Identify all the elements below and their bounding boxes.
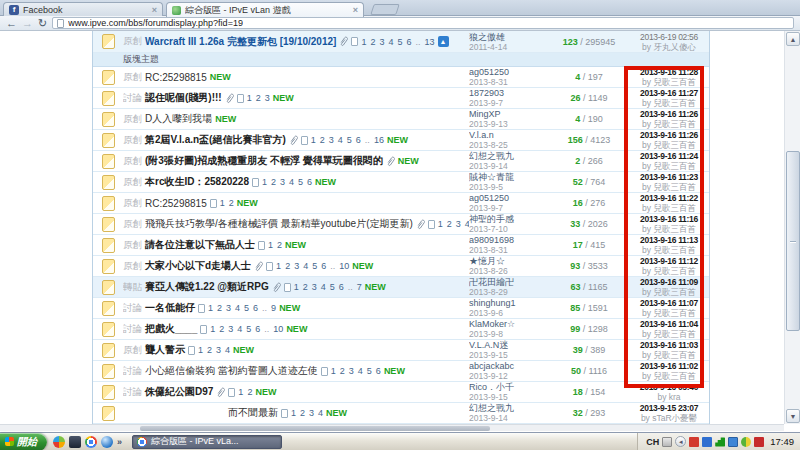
page-number-link[interactable]: 1 — [291, 408, 296, 418]
page-number-link[interactable]: 6 — [255, 324, 260, 334]
page-number-link[interactable]: 1 — [208, 303, 213, 313]
window-tray-icon[interactable] — [728, 437, 738, 447]
page-number-link[interactable]: 2 — [277, 240, 282, 250]
scrollbar-thumb[interactable] — [786, 151, 800, 331]
author-link[interactable]: ag051250 — [469, 193, 551, 203]
page-number-link[interactable]: 1 — [247, 93, 252, 103]
page-number-link[interactable]: 4 — [225, 345, 230, 355]
author-link[interactable]: 賊神☆青龍 — [469, 172, 551, 182]
page-number-link[interactable]: 2 — [219, 324, 224, 334]
last-post-author[interactable]: by 兒歌三百首 — [627, 329, 711, 339]
thread-title-link[interactable]: 侏儸紀公園D97 — [145, 385, 213, 399]
page-number-link[interactable]: 1 — [198, 345, 203, 355]
language-indicator[interactable]: CH — [646, 437, 659, 447]
thread-title-link[interactable]: (附3張好圖)招成熟穩重朋友 不輕浮 覺得單玩圖很悶的 — [145, 154, 383, 168]
page-number-link[interactable]: 2 — [320, 135, 325, 145]
page-number-link[interactable]: 2 — [285, 261, 290, 271]
forward-icon[interactable]: → — [22, 18, 33, 29]
page-number-link[interactable]: 13 — [425, 37, 435, 47]
page-number-link[interactable]: 3 — [456, 219, 461, 229]
page-number-link[interactable]: 5 — [244, 303, 249, 313]
page-number-link[interactable]: 5 — [397, 37, 402, 47]
last-post-author[interactable]: by 牙丸乂傻心 — [627, 42, 711, 52]
app-icon[interactable] — [69, 436, 81, 448]
thread-title-link[interactable]: 一名低能仔 — [145, 301, 195, 315]
last-post-author[interactable]: by 兒歌三百首 — [627, 266, 711, 276]
last-post-author[interactable]: by 兒歌三百首 — [627, 161, 711, 171]
tab-close-icon[interactable]: × — [353, 5, 358, 15]
page-number-link[interactable]: 3 — [265, 93, 270, 103]
page-number-link[interactable]: 10 — [273, 324, 283, 334]
page-number-link[interactable]: 2 — [300, 408, 305, 418]
page-number-link[interactable]: 4 — [338, 135, 343, 145]
last-post-author[interactable]: by 兒歌三百首 — [627, 245, 711, 255]
page-number-link[interactable]: 2 — [303, 282, 308, 292]
author-link[interactable]: 狼之傲雄 — [469, 32, 551, 42]
page-number-link[interactable]: 3 — [329, 135, 334, 145]
author-link[interactable]: V.L.A.N迷 — [469, 340, 551, 350]
last-post-author[interactable]: by 兒歌三百首 — [627, 308, 711, 318]
page-number-link[interactable]: 1 — [361, 37, 366, 47]
thread-title-link[interactable]: 而不聞最新 — [228, 406, 278, 420]
page-number-link[interactable]: 5 — [347, 135, 352, 145]
page-number-link[interactable]: 6 — [253, 303, 258, 313]
page-number-link[interactable]: 2 — [247, 387, 252, 397]
scroll-up-icon[interactable]: ▲ — [786, 32, 800, 46]
page-number-link[interactable]: 1 — [276, 261, 281, 271]
thread-title-link[interactable]: 請各位注意以下無品人士 — [145, 238, 255, 252]
last-post-author[interactable]: by 兒歌三百首 — [627, 140, 711, 150]
author-link[interactable]: KlaMoker☆ — [469, 319, 551, 329]
thread-title-link[interactable]: 聾人警示 — [145, 343, 185, 357]
page-number-link[interactable]: 4 — [388, 37, 393, 47]
last-post-author[interactable]: by 兒歌三百首 — [627, 119, 711, 129]
page-number-link[interactable]: 3 — [349, 366, 354, 376]
author-link[interactable]: Rico．小千 — [469, 382, 551, 392]
messenger-icon[interactable] — [53, 436, 65, 448]
thread-title-link[interactable]: 大家小心以下d走場人士 — [145, 259, 251, 273]
page-number-link[interactable]: 3 — [309, 408, 314, 418]
author-link[interactable]: V.l.a.n — [469, 130, 551, 140]
page-number-link[interactable]: 2 — [447, 219, 452, 229]
page-number-link[interactable]: 3 — [228, 324, 233, 334]
alert-icon[interactable] — [754, 437, 764, 447]
page-number-link[interactable]: 2 — [340, 366, 345, 376]
page-number-link[interactable]: 7 — [357, 282, 362, 292]
page-number-link[interactable]: 5 — [298, 177, 303, 187]
last-post-author[interactable]: by 兒歌三百首 — [627, 203, 711, 213]
page-number-link[interactable]: 2 — [229, 198, 234, 208]
page-number-link[interactable]: 4 — [237, 324, 242, 334]
page-number-link[interactable]: 3 — [312, 282, 317, 292]
hscrollbar-thumb[interactable] — [140, 426, 490, 431]
page-number-link[interactable]: 1 — [262, 177, 267, 187]
author-link[interactable]: abcjackabc — [469, 361, 551, 371]
page-number-link[interactable]: 4 — [321, 282, 326, 292]
page-number-link[interactable]: 1 — [294, 282, 299, 292]
page-number-link[interactable]: 1 — [220, 198, 225, 208]
thread-title-link[interactable]: 本rc收生ID：25820228 — [145, 175, 249, 189]
thread-title-link[interactable]: D人入嚟到我場 — [145, 112, 212, 126]
page-number-link[interactable]: 6 — [307, 177, 312, 187]
author-link[interactable]: ag051250 — [469, 67, 551, 77]
page-number-link[interactable]: 6 — [406, 37, 411, 47]
page-number-link[interactable]: 1 — [268, 240, 273, 250]
tab-close-icon[interactable]: × — [152, 5, 157, 15]
last-post-author[interactable]: by 兒歌三百首 — [627, 77, 711, 87]
page-number-link[interactable]: 5 — [367, 366, 372, 376]
page-number-link[interactable]: 3 — [280, 177, 285, 187]
author-link[interactable]: a98091698 — [469, 235, 551, 245]
page-number-link[interactable]: 1 — [311, 135, 316, 145]
page-number-link[interactable]: 4 — [289, 177, 294, 187]
page-number-link[interactable]: 10 — [339, 261, 349, 271]
tab-facebook[interactable]: f Facebook × — [3, 2, 163, 16]
last-post-author[interactable]: by 兒歌三百首 — [627, 224, 711, 234]
vertical-scrollbar[interactable]: ▲ ▼ — [784, 31, 800, 424]
thread-title-link[interactable]: 飛飛兵技巧教學/各種槍械評價 最新精華youtube片(定期更新) — [145, 217, 413, 231]
page-number-link[interactable]: 3 — [294, 261, 299, 271]
last-post-author[interactable]: by 兒歌三百首 — [627, 350, 711, 360]
thread-title-link[interactable]: Warcraft III 1.26a 完整更新包 [19/10/2012] — [145, 35, 336, 49]
author-link[interactable]: 1872903 — [469, 88, 551, 98]
address-bar[interactable]: www.ipve.com/bbs/forumdisplay.php?fid=19 — [52, 17, 794, 29]
page-number-link[interactable]: 5 — [312, 261, 317, 271]
last-post-author[interactable]: by sTaR小憂鬱 — [627, 413, 711, 423]
page-number-link[interactable]: 2 — [271, 177, 276, 187]
